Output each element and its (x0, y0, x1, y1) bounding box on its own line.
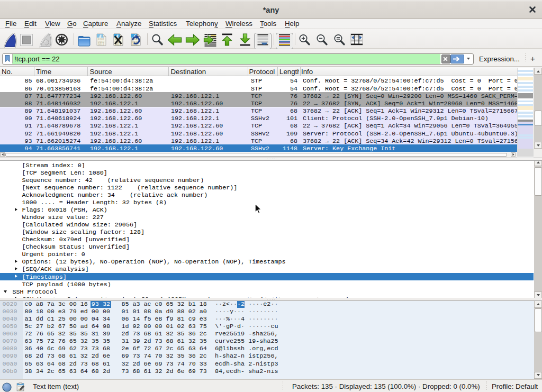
svg-text:0011: 0011 (98, 43, 104, 47)
